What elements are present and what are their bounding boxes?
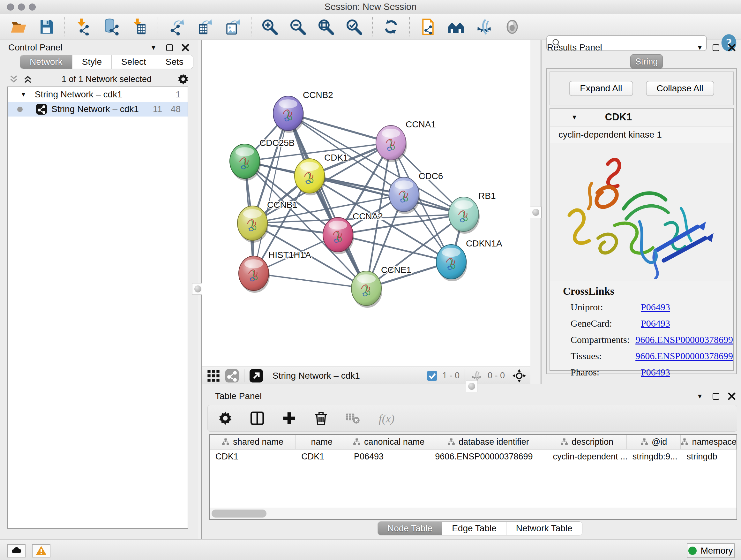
- string-import-button[interactable]: [419, 17, 437, 36]
- table-settings-button[interactable]: [217, 410, 233, 426]
- expand-all-button[interactable]: Expand All: [569, 81, 633, 96]
- results-panel-float-button[interactable]: ▼: [696, 44, 704, 52]
- zoom-in-button[interactable]: [260, 17, 279, 36]
- column-label: @id: [652, 437, 667, 447]
- table-cell[interactable]: stringdb: [681, 449, 737, 463]
- apply-preferred-layout-button[interactable]: [382, 17, 400, 36]
- cloud-button[interactable]: [7, 544, 25, 557]
- splitter-handle[interactable]: [466, 381, 477, 392]
- tab-network-table[interactable]: Network Table: [507, 522, 582, 535]
- results-panel-maximize-button[interactable]: [712, 44, 720, 52]
- hide-graphics-button[interactable]: [475, 17, 493, 36]
- export-image-button[interactable]: [223, 17, 242, 36]
- control-panel-close-button[interactable]: [181, 44, 190, 52]
- tab-style[interactable]: Style: [72, 55, 112, 69]
- tab-node-table[interactable]: Node Table: [378, 522, 442, 535]
- tab-network[interactable]: Network: [20, 55, 72, 69]
- node-label-CCNA1: CCNA1: [406, 119, 436, 129]
- column-header-database-identifier[interactable]: database identifier: [429, 435, 547, 449]
- network-row[interactable]: String Network – cdk1 11 48: [8, 102, 188, 117]
- export-table-button[interactable]: [195, 17, 214, 36]
- collection-label: String Network – cdk1: [35, 89, 122, 100]
- table-cell[interactable]: CDK1: [210, 449, 295, 463]
- node-RB1[interactable]: RB1: [449, 191, 495, 234]
- splitter-handle[interactable]: [192, 283, 204, 295]
- crosslink-value-link[interactable]: P06493: [641, 318, 670, 329]
- fit-content-crosshair-icon[interactable]: [513, 369, 526, 382]
- column-header-shared-name[interactable]: shared name: [210, 435, 295, 449]
- zoom-fit-button[interactable]: [317, 17, 335, 36]
- create-column-button[interactable]: [281, 410, 297, 426]
- table-cell[interactable]: CDK1: [295, 449, 348, 463]
- table-cell[interactable]: cyclin-dependent ...: [547, 449, 626, 463]
- save-session-button[interactable]: [37, 17, 56, 36]
- table-cell[interactable]: P06493: [348, 449, 429, 463]
- node-HIST1H1A[interactable]: HIST1H1A: [239, 250, 311, 293]
- memory-button[interactable]: Memory: [687, 543, 735, 558]
- import-table-button[interactable]: [130, 17, 149, 36]
- zoom-out-button[interactable]: [288, 17, 307, 36]
- network-canvas[interactable]: CCNB2CCNA1CDC25BCDK1CDC6RB1CCNB1CCNA2CDK…: [202, 40, 530, 367]
- column-header-description[interactable]: description: [547, 435, 626, 449]
- gene-section-header[interactable]: ▼ CDK1: [550, 109, 733, 126]
- crosslink-row: Uniprot:P06493: [570, 302, 733, 313]
- warning-button[interactable]: [32, 544, 51, 557]
- selected-checkbox-icon[interactable]: [427, 371, 437, 381]
- table-cell[interactable]: 9606.ENSP00000378699: [429, 449, 547, 463]
- table-horizontal-scrollbar[interactable]: [210, 508, 737, 519]
- network-collection-row[interactable]: ▼ String Network – cdk1 1: [8, 87, 188, 102]
- collapse-all-button[interactable]: Collapse All: [646, 81, 714, 96]
- table-panel-maximize-button[interactable]: [712, 392, 720, 400]
- show-graphics-button[interactable]: [503, 17, 522, 36]
- section-expander-icon[interactable]: ▼: [571, 114, 578, 121]
- delete-columns-button[interactable]: [313, 410, 329, 426]
- hidden-eye-icon[interactable]: [470, 370, 482, 381]
- node-label-CDC25B: CDC25B: [259, 138, 294, 148]
- network-options-gear-icon[interactable]: [177, 73, 190, 85]
- network-selection-row: 1 of 1 Network selected: [0, 72, 198, 86]
- node-CDKN1A[interactable]: CDKN1A: [436, 239, 502, 281]
- shared-column-icon: [640, 438, 649, 446]
- control-panel-float-button[interactable]: ▼: [149, 44, 158, 52]
- column-label: name: [311, 437, 333, 447]
- tab-select[interactable]: Select: [112, 55, 156, 69]
- splitter-handle[interactable]: [530, 206, 542, 218]
- table-cell[interactable]: stringdb:9...: [627, 449, 681, 463]
- scrollbar-thumb[interactable]: [212, 509, 266, 517]
- tab-edge-table[interactable]: Edge Table: [442, 522, 507, 535]
- detach-view-button[interactable]: [250, 369, 263, 382]
- shared-column-icon: [353, 438, 361, 446]
- zoom-selected-button[interactable]: [345, 17, 363, 36]
- table-panel-float-button[interactable]: ▼: [696, 392, 704, 400]
- expand-all-networks-icon[interactable]: [22, 74, 33, 84]
- shared-column-icon: [221, 438, 230, 446]
- crosslink-value-link[interactable]: 9606.ENSP00000378699: [635, 334, 733, 345]
- open-session-button[interactable]: [9, 17, 27, 36]
- collapse-all-networks-icon[interactable]: [8, 74, 19, 84]
- import-network-database-button[interactable]: [102, 17, 121, 36]
- table-row[interactable]: CDK1CDK1P064939606.ENSP00000378699cyclin…: [210, 449, 737, 463]
- export-network-button[interactable]: [167, 17, 186, 36]
- column-header-canonical-name[interactable]: canonical name: [348, 435, 429, 449]
- string-home-button[interactable]: [447, 17, 465, 36]
- table-panel-close-button[interactable]: [728, 392, 736, 400]
- tab-sets[interactable]: Sets: [156, 55, 193, 69]
- import-network-file-button[interactable]: [74, 17, 92, 36]
- column-header-name[interactable]: name: [295, 435, 348, 449]
- tab-string[interactable]: String: [630, 54, 663, 69]
- node-CCNA1[interactable]: CCNA1: [376, 119, 436, 162]
- view-network-badge-button[interactable]: [225, 369, 239, 382]
- results-panel-close-button[interactable]: [728, 44, 736, 52]
- column-header-@id[interactable]: @id: [627, 435, 681, 449]
- crosslink-value-link[interactable]: 9606.ENSP00000378699: [635, 351, 733, 361]
- view-grid-mode-button[interactable]: [207, 369, 220, 382]
- control-panel-maximize-button[interactable]: [165, 44, 174, 52]
- crosslink-value-link[interactable]: P06493: [641, 302, 670, 313]
- node-CDK1[interactable]: CDK1: [294, 152, 348, 195]
- column-header-namespace[interactable]: namespace: [681, 435, 737, 449]
- node-CCNE1[interactable]: CCNE1: [351, 265, 411, 308]
- show-columns-button[interactable]: [249, 410, 265, 426]
- tree-expander-icon[interactable]: ▼: [20, 91, 26, 98]
- crosslink-value-link[interactable]: P06493: [641, 367, 670, 378]
- node-CCNB2[interactable]: CCNB2: [273, 90, 333, 133]
